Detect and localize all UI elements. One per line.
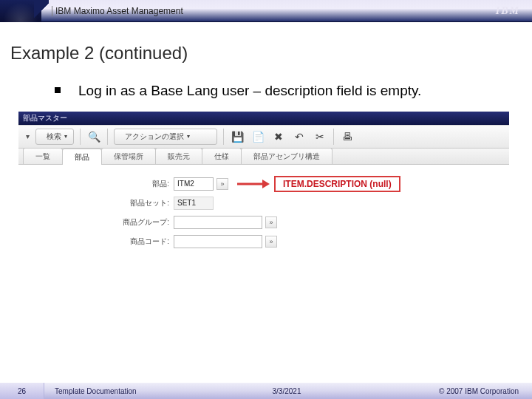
ibm-logo: IBM — [496, 5, 520, 17]
row-item: 部品: » ITEM.DESCRIPTION (null) — [33, 177, 494, 191]
toolbar-separator — [80, 129, 81, 145]
action-dropdown-label: アクションの選択 — [125, 132, 184, 142]
row-commoditycode: 商品コード: » — [33, 234, 494, 249]
app-titlebar: 部品マスター — [18, 112, 509, 125]
arrow-right-icon — [237, 177, 270, 191]
lookup-icon[interactable]: » — [265, 236, 277, 248]
tab-vendors[interactable]: 販売元 — [155, 148, 202, 164]
input-commoditygroup[interactable] — [174, 216, 262, 229]
lookup-icon[interactable]: » — [216, 178, 228, 190]
delete-icon[interactable]: ✖ — [271, 129, 286, 144]
row-commoditygroup: 商品グループ: » — [33, 215, 494, 230]
tab-assembly[interactable]: 部品アセンブリ構造 — [241, 148, 332, 164]
footer-doc-title: Template Documentation — [44, 387, 206, 395]
app-screenshot: 部品マスター ▾ 検索 ▾ 🔍 アクションの選択 ▾ 💾 📄 ✖ ↶ ✂ 🖶 — [18, 111, 510, 263]
app-toolbar: ▾ 検索 ▾ 🔍 アクションの選択 ▾ 💾 📄 ✖ ↶ ✂ 🖶 — [18, 125, 509, 149]
slide-header: IBM Maximo Asset Management IBM — [0, 0, 532, 22]
toolbar-separator — [223, 129, 224, 145]
search-dropdown[interactable]: 検索 ▾ — [35, 129, 74, 145]
toolbar-separator — [333, 129, 334, 145]
save-icon[interactable]: 💾 — [230, 129, 245, 144]
footer-date: 3/3/2021 — [206, 387, 368, 395]
description-callout: ITEM.DESCRIPTION (null) — [237, 176, 400, 192]
footer-copyright: © 2007 IBM Corporation — [367, 387, 532, 395]
svg-marker-1 — [262, 180, 270, 188]
lookup-icon[interactable]: » — [265, 216, 277, 228]
app-tabs: 一覧 部品 保管場所 販売元 仕様 部品アセンブリ構造 — [18, 149, 509, 165]
row-itemset: 部品セット: — [33, 196, 494, 211]
chevron-down-icon: ▾ — [64, 133, 67, 140]
slide-footer: 26 Template Documentation 3/3/2021 © 200… — [0, 383, 532, 399]
slide-body: Example 2 (continued) Log in as a Base L… — [0, 22, 532, 263]
bullet-marker — [55, 87, 61, 93]
action-dropdown[interactable]: アクションの選択 ▾ — [114, 129, 217, 145]
input-commoditycode[interactable] — [174, 235, 262, 248]
input-item[interactable] — [174, 177, 214, 191]
bullet-text: Log in as a Base Lang user – description… — [78, 81, 421, 100]
toolbar-separator — [107, 129, 108, 145]
label-item: 部品: — [33, 179, 174, 189]
new-icon[interactable]: 📄 — [250, 129, 265, 144]
print-icon[interactable]: 🖶 — [340, 129, 355, 144]
callout-text: ITEM.DESCRIPTION (null) — [274, 176, 400, 192]
app-form: 部品: » ITEM.DESCRIPTION (null) 部品セット: 商品グ… — [18, 165, 509, 262]
label-commoditygroup: 商品グループ: — [33, 217, 174, 228]
search-icon[interactable]: 🔍 — [86, 129, 101, 144]
chevron-down-icon: ▾ — [187, 133, 190, 140]
cut-icon[interactable]: ✂ — [313, 129, 327, 144]
tab-spec[interactable]: 仕様 — [202, 148, 242, 164]
product-title: IBM Maximo Asset Management — [52, 6, 183, 16]
app-title: 部品マスター — [23, 113, 67, 123]
tab-list[interactable]: 一覧 — [23, 148, 63, 164]
header-accent — [0, 0, 41, 22]
bullet-row: Log in as a Base Lang user – description… — [10, 81, 517, 100]
label-itemset: 部品セット: — [33, 198, 174, 208]
tab-item[interactable]: 部品 — [62, 149, 102, 165]
page-number: 26 — [0, 383, 44, 399]
slide-title: Example 2 (continued) — [10, 43, 517, 64]
undo-icon[interactable]: ↶ — [292, 129, 307, 144]
label-commoditycode: 商品コード: — [33, 236, 174, 247]
tab-storerooms[interactable]: 保管場所 — [101, 148, 156, 164]
input-itemset — [174, 197, 214, 210]
search-dropdown-label: 検索 — [47, 132, 61, 142]
